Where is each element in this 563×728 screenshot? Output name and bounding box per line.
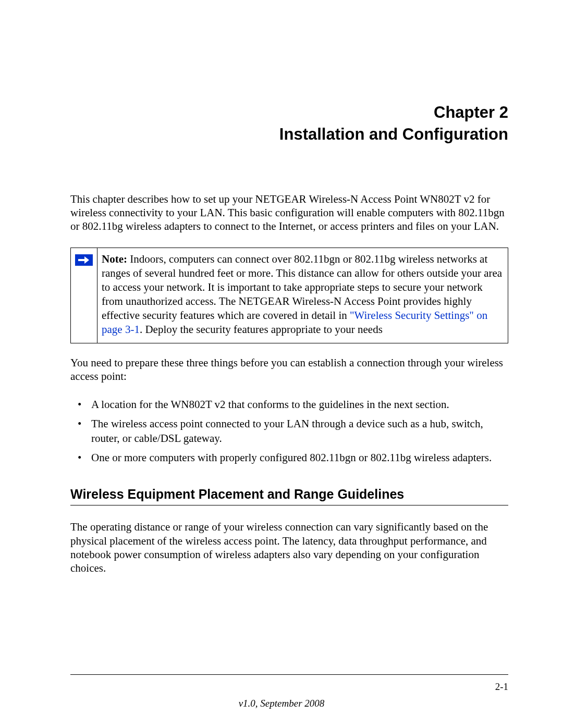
chapter-number: Chapter 2: [434, 103, 508, 121]
list-item: The wireless access point connected to y…: [70, 417, 508, 446]
note-label: Note:: [102, 253, 127, 265]
list-item: One or more computers with properly conf…: [70, 451, 508, 465]
intro-paragraph: This chapter describes how to set up you…: [70, 192, 508, 233]
chapter-title: Installation and Configuration: [279, 125, 508, 143]
document-page: Chapter 2 Installation and Configuration…: [0, 0, 563, 728]
list-item: A location for the WN802T v2 that confor…: [70, 398, 508, 412]
arrow-right-icon: [75, 254, 93, 266]
chapter-heading: Chapter 2 Installation and Configuration: [70, 102, 508, 145]
section-paragraph: The operating distance or range of your …: [70, 520, 508, 575]
note-row: Note: Indoors, computers can connect ove…: [71, 248, 508, 342]
preparation-list: A location for the WN802T v2 that confor…: [70, 398, 508, 465]
prep-paragraph: You need to prepare these three things b…: [70, 356, 508, 384]
version-line: v1.0, September 2008: [0, 698, 563, 709]
footer-rule: [70, 674, 508, 675]
section-rule: [70, 505, 508, 505]
note-body-after-link: . Deploy the security features appropria…: [140, 323, 383, 336]
section-heading: Wireless Equipment Placement and Range G…: [70, 487, 508, 502]
note-text: Note: Indoors, computers can connect ove…: [97, 248, 508, 342]
page-number: 2-1: [495, 681, 508, 693]
note-box: Note: Indoors, computers can connect ove…: [70, 248, 508, 343]
note-icon-cell: [71, 248, 97, 342]
